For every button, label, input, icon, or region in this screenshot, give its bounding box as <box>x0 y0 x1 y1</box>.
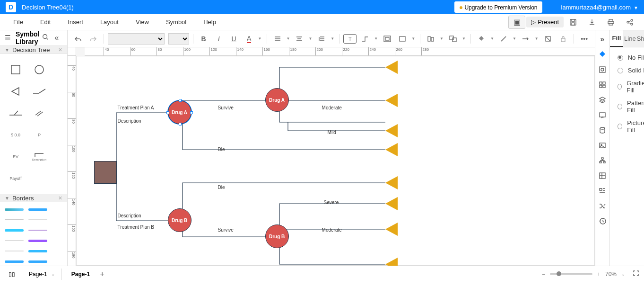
undo-button[interactable] <box>71 32 85 45</box>
align-h-button[interactable] <box>271 32 284 45</box>
chevron-down-icon[interactable]: ▼ <box>513 36 516 41</box>
chance-node-drug-a[interactable]: Drug A <box>168 100 191 124</box>
bold-button[interactable]: B <box>197 32 210 45</box>
label-moderate[interactable]: Moderate <box>322 105 342 110</box>
chevron-down-icon[interactable]: ⌄ <box>621 272 625 277</box>
print-icon[interactable] <box>602 16 619 29</box>
section-decision-tree-title[interactable]: Decision Tree <box>12 46 58 54</box>
terminal-node[interactable] <box>385 94 398 107</box>
border-swatch[interactable] <box>27 226 48 234</box>
label-survive-b[interactable]: Survive <box>218 227 234 233</box>
terminal-node[interactable] <box>385 124 398 137</box>
shape-button[interactable] <box>396 32 409 45</box>
label-die-b[interactable]: Die <box>218 185 225 190</box>
search-icon[interactable] <box>40 34 51 42</box>
chevron-down-icon[interactable]: ▼ <box>287 36 290 41</box>
label-die[interactable]: Die <box>218 147 225 152</box>
close-icon[interactable]: × <box>58 46 62 54</box>
tab-shadow[interactable]: Shadow <box>637 30 644 47</box>
terminal-node[interactable] <box>385 197 398 210</box>
fill-button[interactable] <box>475 32 488 45</box>
grid-icon[interactable] <box>595 78 609 92</box>
border-swatch[interactable] <box>4 226 25 234</box>
chance-node-drug-a-outcome[interactable]: Drug A <box>265 88 289 112</box>
border-swatch[interactable] <box>4 236 25 245</box>
chevron-down-icon[interactable]: ▼ <box>440 36 444 41</box>
terminal-node[interactable] <box>385 223 398 236</box>
border-swatch[interactable] <box>4 215 25 224</box>
radio-picture-fill[interactable]: Picture Fill <box>618 119 644 134</box>
zoom-slider[interactable] <box>550 273 592 275</box>
shape-ev[interactable]: EV <box>4 146 27 168</box>
add-page-button[interactable]: + <box>96 270 108 278</box>
presentation-icon[interactable] <box>595 108 609 122</box>
chevron-down-icon[interactable]: ▼ <box>331 36 334 41</box>
chevron-down-icon[interactable]: ▼ <box>308 36 312 41</box>
menu-insert[interactable]: Insert <box>59 18 92 26</box>
align-v-button[interactable] <box>293 32 306 45</box>
menu-symbol[interactable]: Symbol <box>157 18 195 26</box>
menu-help[interactable]: Help <box>195 18 225 26</box>
border-swatch[interactable] <box>27 236 48 245</box>
font-size-select[interactable] <box>168 33 189 45</box>
menu-view[interactable]: View <box>127 18 157 26</box>
font-color-button[interactable]: A <box>243 32 256 45</box>
image-icon[interactable] <box>595 138 609 152</box>
zoom-out-button[interactable]: − <box>542 271 545 278</box>
menu-edit[interactable]: Edit <box>32 18 59 26</box>
border-swatch[interactable] <box>27 215 48 224</box>
shape-p[interactable]: P <box>27 124 51 146</box>
layers-icon[interactable] <box>595 93 609 107</box>
redo-button[interactable] <box>87 32 100 45</box>
terminal-node[interactable] <box>385 176 398 189</box>
terminal-node[interactable] <box>385 258 398 266</box>
expand-panel-icon[interactable]: » <box>595 32 609 46</box>
user-menu[interactable]: iammurtaza4@gmail.com▼ <box>561 4 638 11</box>
fill-tool-icon[interactable] <box>595 47 609 62</box>
close-icon[interactable]: × <box>58 194 62 202</box>
shape-dollar[interactable]: $ 0.0 <box>4 124 27 146</box>
group-button[interactable] <box>446 32 460 45</box>
section-borders-title[interactable]: Borders <box>12 195 58 202</box>
underline-button[interactable]: U <box>227 32 241 45</box>
chevron-down-icon[interactable]: ▼ <box>258 36 262 41</box>
shape-circle[interactable] <box>27 59 51 81</box>
terminal-node[interactable] <box>385 143 398 156</box>
tab-fill[interactable]: Fill <box>610 30 623 47</box>
style-icon[interactable] <box>595 63 609 77</box>
theme-button[interactable] <box>541 32 555 45</box>
label-plan-a[interactable]: Treatment Plan A <box>118 105 154 110</box>
menu-file[interactable]: File <box>5 18 32 26</box>
border-swatch[interactable] <box>4 257 25 266</box>
line-spacing-button[interactable] <box>315 32 328 45</box>
fullscreen-icon[interactable] <box>633 270 639 278</box>
shape-branch[interactable] <box>4 102 27 124</box>
present-button[interactable]: ▷Present <box>526 17 564 27</box>
shuffle-icon[interactable] <box>595 199 609 213</box>
collapse-icon[interactable]: « <box>51 34 62 42</box>
text-box-button[interactable]: T <box>343 34 357 44</box>
font-select[interactable] <box>108 33 165 45</box>
align-objects-button[interactable] <box>424 32 437 45</box>
more-button[interactable]: ••• <box>578 32 591 45</box>
chevron-down-icon[interactable]: ▼ <box>535 36 539 41</box>
label-mild[interactable]: Mild <box>328 130 336 135</box>
download-icon[interactable] <box>583 16 600 29</box>
shape-description[interactable]: Description <box>27 146 51 168</box>
shape-line[interactable] <box>27 81 51 102</box>
chevron-down-icon[interactable]: ▼ <box>490 36 494 41</box>
menu-layout[interactable]: Layout <box>92 18 127 26</box>
layout-icon[interactable] <box>595 184 609 198</box>
tab-line[interactable]: Line <box>623 30 636 47</box>
radio-solid-fill[interactable]: Solid Fill <box>618 67 644 74</box>
border-swatch[interactable] <box>27 247 48 255</box>
zoom-value[interactable]: 70% <box>605 271 617 278</box>
label-description-b[interactable]: Description <box>118 213 141 218</box>
page-tab[interactable]: Page-1 <box>65 266 96 282</box>
radio-gradient-fill[interactable]: Gradient Fill <box>618 80 644 94</box>
arrow-style-button[interactable] <box>519 32 532 45</box>
terminal-node[interactable] <box>385 61 398 74</box>
border-swatch[interactable] <box>4 247 25 255</box>
chevron-down-icon[interactable]: ▼ <box>5 196 9 201</box>
table-icon[interactable] <box>595 169 609 183</box>
